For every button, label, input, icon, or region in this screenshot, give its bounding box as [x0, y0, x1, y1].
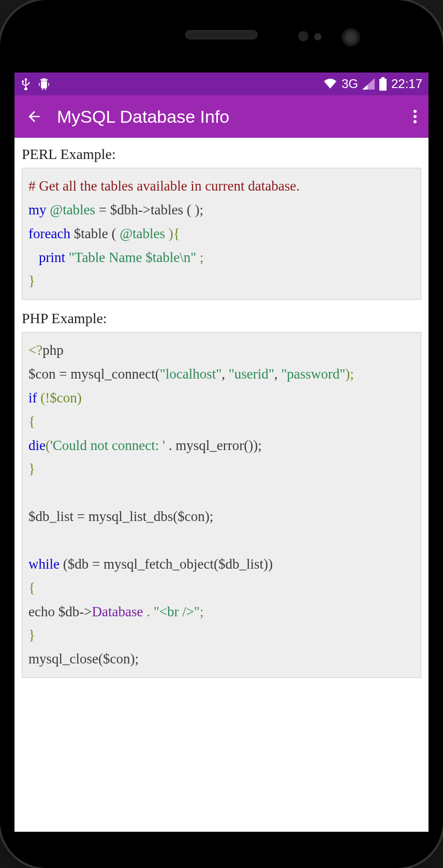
clock-time: 22:17: [391, 77, 422, 91]
code-text: ;: [200, 604, 204, 619]
code-text: ;: [200, 250, 204, 265]
code-text: );: [345, 366, 354, 382]
code-text: $db_list = mysql_list_dbs($con);: [28, 506, 415, 528]
content-scroll[interactable]: PERL Example: # Get all the tables avail…: [14, 138, 429, 832]
usb-icon: [21, 78, 31, 90]
code-string: "userid": [229, 366, 274, 382]
code-variable: @tables: [50, 202, 95, 218]
code-text: }: [28, 270, 415, 292]
svg-point-5: [414, 115, 417, 118]
code-text: mysql_close($con);: [28, 648, 415, 670]
code-string: "password": [281, 366, 345, 382]
code-text: $table (: [74, 226, 116, 241]
more-options-button[interactable]: [413, 108, 417, 125]
code-text: .: [143, 604, 153, 619]
svg-point-4: [414, 110, 417, 113]
code-text: (!$con): [40, 390, 81, 406]
phone-speaker: [185, 30, 258, 39]
svg-point-1: [45, 80, 46, 81]
svg-rect-2: [381, 77, 385, 79]
code-property: Database: [92, 604, 143, 619]
code-tag: <?: [28, 342, 42, 358]
svg-point-6: [414, 120, 417, 123]
code-text: ,: [274, 366, 282, 382]
android-debug-icon: [38, 78, 50, 90]
code-string: "Table Name $table\n": [69, 250, 197, 265]
code-text: ($db = mysql_fetch_object($db_list)): [63, 556, 273, 572]
code-text: ){: [169, 226, 180, 241]
signal-icon: [362, 78, 375, 90]
code-variable: @tables: [120, 226, 165, 241]
code-text: }: [28, 458, 415, 480]
code-text: = $dbh->tables ( );: [99, 202, 203, 218]
app-bar: MySQL Database Info: [14, 95, 429, 138]
code-string: "localhost": [160, 366, 222, 382]
code-keyword: print: [39, 250, 65, 265]
battery-icon: [379, 77, 387, 91]
php-code-block: <?php $con = mysql_connect("localhost", …: [22, 332, 421, 678]
code-text: . mysql_error());: [165, 438, 262, 453]
back-button[interactable]: [26, 108, 42, 125]
code-text: (: [46, 438, 50, 453]
screen: 3G 22:17 MySQL Database Info PERL Exampl…: [14, 73, 429, 832]
status-bar: 3G 22:17: [14, 73, 429, 95]
code-string: 'Could not connect: ': [50, 438, 165, 453]
perl-section-title: PERL Example:: [22, 146, 421, 163]
phone-sensor: [314, 33, 321, 40]
code-text: {: [28, 411, 415, 433]
code-keyword: foreach: [28, 226, 70, 241]
code-keyword: my: [28, 202, 47, 218]
code-comment: # Get all the tables available in curren…: [28, 176, 415, 197]
phone-frame: 3G 22:17 MySQL Database Info PERL Exampl…: [0, 0, 443, 868]
code-text: echo $db->: [28, 604, 92, 619]
code-keyword: if: [28, 390, 37, 406]
perl-code-block: # Get all the tables available in curren…: [22, 168, 421, 300]
svg-point-0: [42, 80, 43, 81]
code-text: {: [28, 577, 415, 599]
code-keyword: while: [28, 556, 60, 572]
signal-label: 3G: [342, 77, 358, 91]
front-camera: [342, 28, 360, 47]
phone-sensor: [298, 31, 308, 41]
code-text: ,: [222, 366, 229, 382]
code-text: php: [42, 342, 64, 358]
code-keyword: die: [28, 438, 46, 453]
code-string: "<br />": [154, 604, 200, 619]
page-title: MySQL Database Info: [57, 107, 398, 127]
code-text: }: [28, 625, 415, 646]
wifi-icon: [323, 78, 337, 90]
php-section-title: PHP Example:: [22, 310, 421, 327]
code-text: $con = mysql_connect(: [28, 366, 160, 382]
svg-rect-3: [379, 79, 387, 91]
